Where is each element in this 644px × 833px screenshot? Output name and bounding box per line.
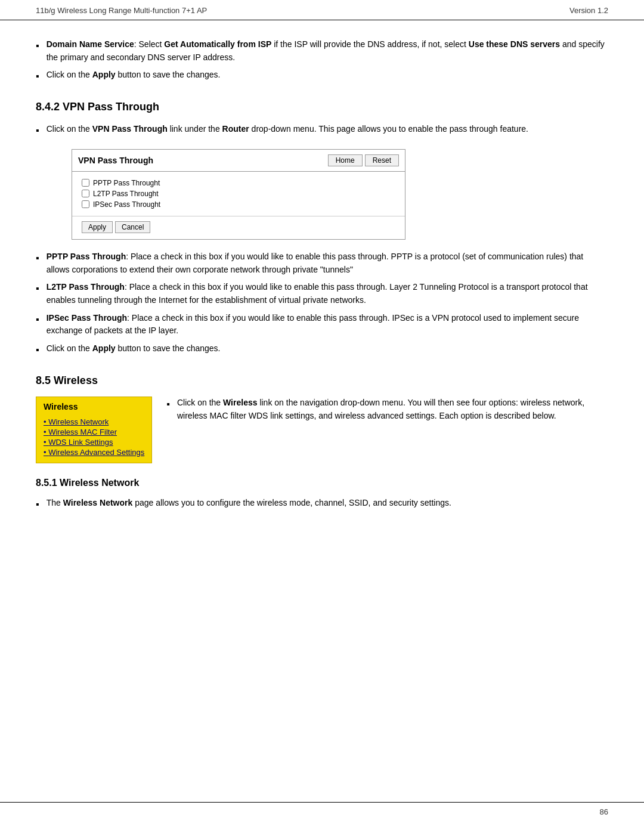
wireless-desc-text: Click on the Wireless link on the naviga… <box>177 397 608 422</box>
page-number: 86 <box>600 807 608 816</box>
vpn-intro-bullets: Click on the VPN Pass Through link under… <box>36 123 608 138</box>
list-item: Click on the Wireless link on the naviga… <box>166 397 608 422</box>
section-85-heading: 8.5 Wireless <box>36 374 608 387</box>
ipsec-bold: IPSec Pass Through <box>47 313 127 323</box>
l2tp-desc: L2TP Pass Through: Place a check in this… <box>47 281 608 306</box>
wireless-network-link[interactable]: Wireless Network <box>44 417 144 426</box>
vpn-box-title: VPN Pass Through <box>78 156 153 165</box>
section-842-heading: 8.4.2 VPN Pass Through <box>36 101 608 113</box>
l2tp-bold: L2TP Pass Through <box>47 282 125 292</box>
vpn-cancel-button[interactable]: Cancel <box>115 221 150 233</box>
vpn-home-button[interactable]: Home <box>328 154 363 166</box>
vpn-bold-router: Router <box>222 124 249 134</box>
pptp-checkbox-row: PPTP Pass Throught <box>82 179 395 187</box>
page-header: 11b/g Wireless Long Range Multi-function… <box>0 0 644 20</box>
ipsec-checkbox[interactable] <box>82 200 89 208</box>
dns-bullets: Domain Name Service: Select Get Automati… <box>36 38 608 84</box>
pptp-desc: PPTP Pass Through: Place a check in this… <box>47 250 608 276</box>
wireless-menu-items: Wireless Network Wireless MAC Filter WDS… <box>36 415 151 457</box>
vpn-bullets: PPTP Pass Through: Place a check in this… <box>36 250 608 358</box>
dns-bullet-2: Click on the Apply button to save the ch… <box>47 69 608 82</box>
vpn-passthrough-box: VPN Pass Through Home Reset PPTP Pass Th… <box>72 149 405 240</box>
l2tp-checkbox[interactable] <box>82 190 89 197</box>
vpn-apply-note: Click on the Apply button to save the ch… <box>47 342 608 355</box>
list-item: Click on the Apply button to save the ch… <box>36 69 608 84</box>
list-item: Click on the VPN Pass Through link under… <box>36 123 608 138</box>
list-item: Domain Name Service: Select Get Automati… <box>36 38 608 64</box>
list-item: PPTP Pass Through: Place a check in this… <box>36 250 608 276</box>
vpn-box-buttons: Home Reset <box>328 154 399 166</box>
wireless-section: Wireless Wireless Network Wireless MAC F… <box>36 397 608 463</box>
header-title: 11b/g Wireless Long Range Multi-function… <box>36 6 207 15</box>
vpn-bold-link: VPN Pass Through <box>92 124 168 134</box>
wireless-network-desc: The Wireless Network page allows you to … <box>47 497 608 510</box>
l2tp-checkbox-row: L2TP Pass Throught <box>82 190 395 198</box>
vpn-apply-bold2: Apply <box>92 343 116 353</box>
vpn-reset-button[interactable]: Reset <box>365 154 399 166</box>
list-item: L2TP Pass Through: Place a check in this… <box>36 281 608 306</box>
vpn-intro-text: Click on the VPN Pass Through link under… <box>47 123 608 136</box>
list-item: Click on the Apply button to save the ch… <box>36 342 608 358</box>
ipsec-desc: IPSec Pass Through: Place a check in thi… <box>47 312 608 337</box>
wireless-network-bullets: The Wireless Network page allows you to … <box>36 497 608 512</box>
pptp-bold: PPTP Pass Through <box>47 252 126 261</box>
wireless-network-bold: Wireless Network <box>63 498 133 507</box>
header-version: Version 1.2 <box>569 6 608 15</box>
wireless-bold: Wireless <box>223 398 257 407</box>
dns-bold-2: Get Automatically from ISP <box>164 39 271 49</box>
wireless-desc-bullets: Click on the Wireless link on the naviga… <box>166 397 608 427</box>
page-footer: 86 <box>0 802 644 821</box>
wds-link-settings-link[interactable]: WDS Link Settings <box>44 438 144 447</box>
wireless-menu-box: Wireless Wireless Network Wireless MAC F… <box>36 397 152 463</box>
dns-bold-1: Domain Name Service <box>47 39 134 49</box>
page-wrapper: 11b/g Wireless Long Range Multi-function… <box>0 0 644 833</box>
dns-bullet-1: Domain Name Service: Select Get Automati… <box>47 38 608 64</box>
dns-bold-3: Use these DNS servers <box>469 39 560 49</box>
main-content: Domain Name Service: Select Get Automati… <box>0 38 644 559</box>
list-item: IPSec Pass Through: Place a check in thi… <box>36 312 608 337</box>
wireless-advanced-settings-link[interactable]: Wireless Advanced Settings <box>44 448 144 457</box>
dns-apply-bold: Apply <box>92 70 116 79</box>
vpn-apply-button[interactable]: Apply <box>82 221 113 233</box>
section-851-heading: 8.5.1 Wireless Network <box>36 478 608 488</box>
pptp-checkbox[interactable] <box>82 179 89 187</box>
vpn-box-header: VPN Pass Through Home Reset <box>72 150 405 172</box>
pptp-label: PPTP Pass Throught <box>93 179 160 187</box>
vpn-box-footer: Apply Cancel <box>72 216 405 239</box>
ipsec-label: IPSec Pass Throught <box>93 200 160 209</box>
l2tp-label: L2TP Pass Throught <box>93 190 159 198</box>
wireless-menu-title: Wireless <box>36 397 151 415</box>
list-item: The Wireless Network page allows you to … <box>36 497 608 512</box>
wireless-mac-filter-link[interactable]: Wireless MAC Filter <box>44 428 144 436</box>
ipsec-checkbox-row: IPSec Pass Throught <box>82 200 395 209</box>
vpn-box-body: PPTP Pass Throught L2TP Pass Throught IP… <box>72 172 405 216</box>
